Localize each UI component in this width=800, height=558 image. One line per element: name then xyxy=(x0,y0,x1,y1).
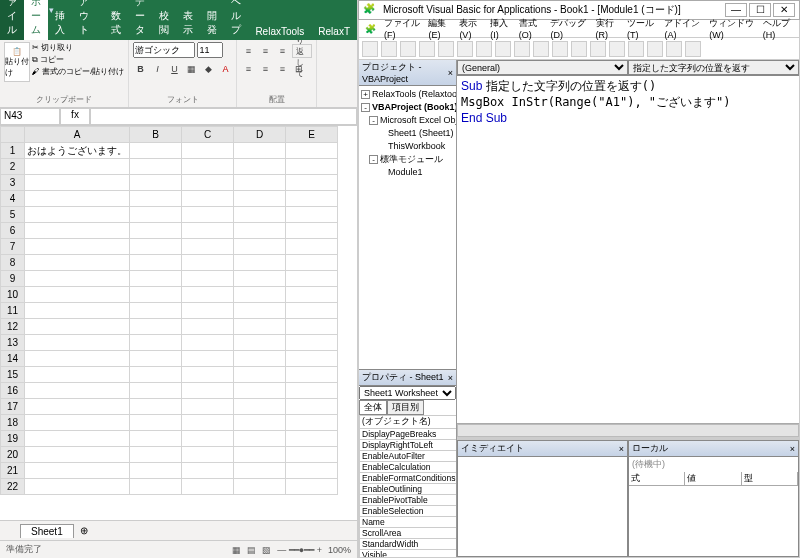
cell[interactable] xyxy=(286,415,338,431)
cell[interactable] xyxy=(130,415,182,431)
cell[interactable] xyxy=(130,479,182,495)
cell[interactable] xyxy=(234,271,286,287)
cell[interactable] xyxy=(286,351,338,367)
cell[interactable] xyxy=(25,399,130,415)
vbe-menu-bar[interactable]: 🧩ファイル(F)編集(E)表示(V)挿入(I)書式(O)デバッグ(D)実行(R)… xyxy=(358,20,800,38)
zoom-level[interactable]: 100% xyxy=(328,545,351,555)
cell[interactable] xyxy=(286,319,338,335)
cell[interactable] xyxy=(234,239,286,255)
toolbar-button[interactable] xyxy=(381,41,397,57)
zoom-slider[interactable]: — ━━●━━ + xyxy=(277,545,322,555)
cell[interactable] xyxy=(25,159,130,175)
fill-color-icon[interactable]: ◆ xyxy=(201,62,215,76)
align-center-icon[interactable]: ≡ xyxy=(258,62,272,76)
row-header[interactable]: 13 xyxy=(1,335,25,351)
cell[interactable] xyxy=(234,367,286,383)
toolbar-button[interactable] xyxy=(514,41,530,57)
cell[interactable] xyxy=(286,335,338,351)
cell[interactable] xyxy=(25,415,130,431)
ribbon-tab[interactable]: ホーム xyxy=(24,0,48,40)
cell[interactable] xyxy=(234,351,286,367)
row-header[interactable]: 5 xyxy=(1,207,25,223)
cell[interactable] xyxy=(234,383,286,399)
cell[interactable] xyxy=(25,175,130,191)
toolbar-button[interactable] xyxy=(476,41,492,57)
cell[interactable] xyxy=(286,175,338,191)
toolbar-button[interactable] xyxy=(647,41,663,57)
cut-button[interactable]: ✂ 切り取り xyxy=(32,42,124,53)
align-bot-icon[interactable]: ≡ xyxy=(275,44,289,58)
font-color-icon[interactable]: A xyxy=(218,62,232,76)
paste-button[interactable]: 📋 貼り付け xyxy=(4,42,30,82)
cell[interactable] xyxy=(286,303,338,319)
cell[interactable] xyxy=(130,271,182,287)
cell[interactable] xyxy=(286,479,338,495)
toolbar-button[interactable] xyxy=(495,41,511,57)
cell[interactable] xyxy=(25,191,130,207)
cell[interactable] xyxy=(234,479,286,495)
toolbar-button[interactable] xyxy=(400,41,416,57)
tree-node[interactable]: Sheet1 (Sheet1) xyxy=(361,127,454,140)
row-header[interactable]: 20 xyxy=(1,447,25,463)
cell[interactable] xyxy=(182,463,234,479)
row-header[interactable]: 19 xyxy=(1,431,25,447)
cell[interactable] xyxy=(182,207,234,223)
toolbar-button[interactable] xyxy=(666,41,682,57)
ribbon-tab[interactable]: 校閲 xyxy=(152,6,176,40)
toolbar-button[interactable] xyxy=(571,41,587,57)
cell[interactable] xyxy=(234,159,286,175)
toolbar-button[interactable] xyxy=(590,41,606,57)
prop-name[interactable]: ScrollArea xyxy=(360,528,457,539)
font-size-input[interactable] xyxy=(197,42,223,58)
toolbar-button[interactable] xyxy=(438,41,454,57)
prop-name[interactable]: EnablePivotTable xyxy=(360,495,457,506)
row-header[interactable]: 18 xyxy=(1,415,25,431)
toolbar-button[interactable] xyxy=(628,41,644,57)
cell[interactable] xyxy=(286,255,338,271)
toolbar-button[interactable] xyxy=(362,41,378,57)
immediate-window[interactable] xyxy=(458,457,627,556)
cell[interactable] xyxy=(286,239,338,255)
code-object-select[interactable]: (General) xyxy=(457,60,628,75)
row-header[interactable]: 3 xyxy=(1,175,25,191)
cell[interactable] xyxy=(286,367,338,383)
row-header[interactable]: 15 xyxy=(1,367,25,383)
cell[interactable] xyxy=(182,303,234,319)
tree-node[interactable]: -標準モジュール xyxy=(361,153,454,166)
name-box[interactable]: N43 xyxy=(0,108,60,125)
formula-bar[interactable] xyxy=(90,108,357,125)
row-header[interactable]: 12 xyxy=(1,319,25,335)
project-explorer-title[interactable]: プロジェクト - VBAProject× xyxy=(359,60,456,86)
new-sheet-icon[interactable]: ⊕ xyxy=(80,525,88,536)
wrap-text-button[interactable]: 折り返して xyxy=(292,44,312,58)
align-mid-icon[interactable]: ≡ xyxy=(258,44,272,58)
cell[interactable] xyxy=(182,367,234,383)
cell[interactable] xyxy=(130,255,182,271)
cell[interactable] xyxy=(234,399,286,415)
border-icon[interactable]: ▦ xyxy=(184,62,198,76)
cell[interactable] xyxy=(130,207,182,223)
cell[interactable] xyxy=(234,191,286,207)
cell[interactable] xyxy=(182,223,234,239)
cell[interactable] xyxy=(286,287,338,303)
cell[interactable] xyxy=(130,351,182,367)
locals-col[interactable]: 型 xyxy=(742,472,798,485)
column-header[interactable]: D xyxy=(234,127,286,143)
toolbar-button[interactable] xyxy=(552,41,568,57)
align-right-icon[interactable]: ≡ xyxy=(275,62,289,76)
ribbon-tab[interactable]: 挿入 xyxy=(48,6,72,40)
locals-col[interactable]: 式 xyxy=(629,472,685,485)
italic-icon[interactable]: I xyxy=(150,62,164,76)
row-header[interactable]: 17 xyxy=(1,399,25,415)
cell[interactable] xyxy=(182,255,234,271)
tree-node[interactable]: +RelaxTools (Relaxtools.x xyxy=(361,88,454,101)
cell[interactable] xyxy=(25,335,130,351)
row-header[interactable]: 14 xyxy=(1,351,25,367)
tree-node[interactable]: -Microsoft Excel Objects xyxy=(361,114,454,127)
toolbar-button[interactable] xyxy=(685,41,701,57)
cell[interactable] xyxy=(25,287,130,303)
close-icon[interactable]: × xyxy=(790,444,795,454)
cell[interactable] xyxy=(182,431,234,447)
cell[interactable] xyxy=(286,207,338,223)
close-button[interactable]: ✕ xyxy=(773,3,795,17)
